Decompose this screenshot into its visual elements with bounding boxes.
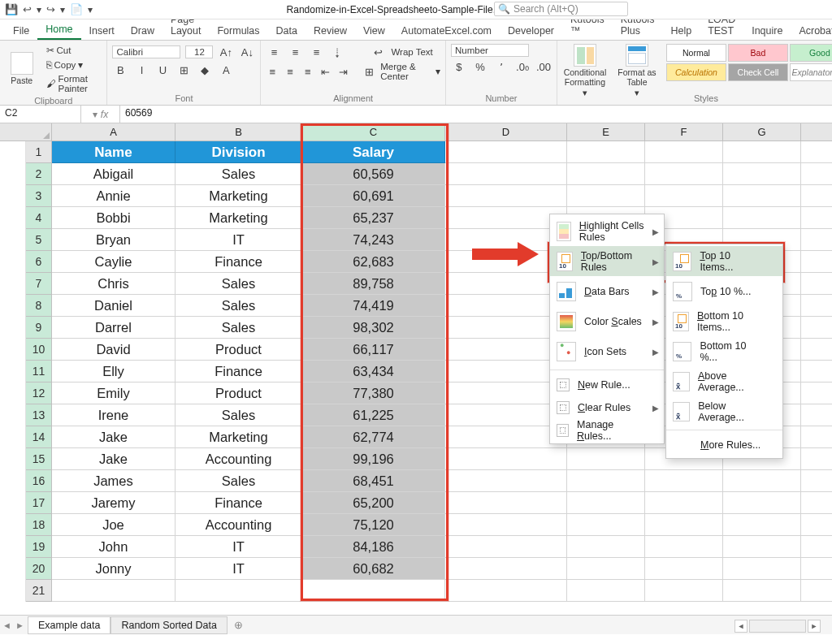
cf-menu-manage-rules-[interactable]: Manage Rules...	[550, 419, 664, 442]
table-cell[interactable]: 62,683	[302, 251, 445, 273]
empty-cell[interactable]	[801, 339, 832, 361]
empty-cell[interactable]	[801, 295, 832, 317]
save-icon[interactable]: 💾	[5, 3, 18, 15]
empty-cell[interactable]	[801, 229, 832, 251]
font-size-dropdown[interactable]: 12	[185, 45, 213, 58]
empty-cell[interactable]	[567, 163, 645, 185]
cut-button[interactable]: ✂ Cut	[44, 44, 102, 57]
empty-cell[interactable]	[801, 141, 832, 163]
table-cell[interactable]: David	[52, 339, 176, 361]
empty-cell[interactable]	[567, 185, 645, 207]
font-grow-icon[interactable]: A↑	[218, 44, 234, 60]
scroll-left-icon[interactable]: ◄	[734, 620, 748, 633]
style-normal[interactable]: Normal	[666, 44, 726, 62]
table-cell[interactable]: James	[52, 470, 176, 492]
indent-inc-icon[interactable]: ⇥	[336, 63, 349, 80]
horizontal-scrollbar[interactable]: ◄ ►	[734, 620, 821, 633]
empty-cell[interactable]	[176, 580, 302, 602]
table-cell[interactable]: 75,120	[302, 514, 445, 536]
table-cell[interactable]: 66,117	[302, 339, 445, 361]
tab-home[interactable]: Home	[37, 20, 80, 40]
cf-menu-top-bottom-rules[interactable]: Top/Bottom Rules▶	[550, 246, 664, 276]
tab-insert[interactable]: Insert	[81, 22, 123, 40]
empty-cell[interactable]	[445, 514, 567, 536]
number-btn-1[interactable]: %	[472, 58, 488, 75]
empty-cell[interactable]	[645, 580, 723, 602]
empty-cell[interactable]	[645, 185, 723, 207]
table-cell[interactable]: Jake	[52, 448, 176, 470]
tab-automateexcel-com[interactable]: AutomateExcel.com	[393, 22, 500, 40]
row-header-1[interactable]: 1	[26, 141, 52, 163]
tab-data[interactable]: Data	[268, 22, 306, 40]
table-cell[interactable]: 60,691	[302, 185, 445, 207]
empty-cell[interactable]	[567, 492, 645, 514]
col-header-D[interactable]: D	[445, 123, 567, 141]
empty-cell[interactable]	[445, 536, 567, 558]
align-right-icon[interactable]: ≡	[301, 63, 314, 80]
col-header-H[interactable]: H	[801, 123, 832, 141]
empty-cell[interactable]	[445, 492, 567, 514]
cf-menu-data-bars[interactable]: Data Bars▶	[550, 276, 664, 306]
table-cell[interactable]: Irene	[52, 404, 176, 426]
number-btn-2[interactable]: ʼ	[493, 58, 509, 75]
empty-cell[interactable]	[723, 514, 801, 536]
empty-cell[interactable]	[445, 558, 567, 580]
table-cell[interactable]: 74,419	[302, 295, 445, 317]
copy-button[interactable]: ⎘ Copy ▾	[44, 58, 102, 71]
empty-cell[interactable]	[445, 141, 567, 163]
table-cell[interactable]: 84,186	[302, 536, 445, 558]
empty-cell[interactable]	[723, 536, 801, 558]
tab-help[interactable]: Help	[662, 22, 700, 40]
empty-cell[interactable]	[567, 470, 645, 492]
tab-file[interactable]: File	[5, 22, 37, 40]
table-cell[interactable]: 89,758	[302, 273, 445, 295]
col-header-F[interactable]: F	[645, 123, 723, 141]
fx-buttons[interactable]: ▾fx	[81, 106, 120, 123]
table-cell[interactable]: Product	[176, 339, 302, 361]
table-cell[interactable]: Finance	[176, 361, 302, 383]
table-cell[interactable]: 77,380	[302, 383, 445, 404]
empty-cell[interactable]	[723, 141, 801, 163]
table-cell[interactable]: 65,237	[302, 207, 445, 229]
format-painter-button[interactable]: 🖌 Format Painter	[44, 73, 102, 94]
table-cell[interactable]: Jonny	[52, 558, 176, 580]
table-cell[interactable]: Sales	[176, 295, 302, 317]
font-shrink-icon[interactable]: A↓	[239, 44, 255, 60]
empty-cell[interactable]	[801, 470, 832, 492]
empty-cell[interactable]	[801, 317, 832, 339]
empty-cell[interactable]	[723, 185, 801, 207]
align-bot-icon[interactable]: ≡	[308, 44, 324, 60]
scroll-right-icon[interactable]: ►	[808, 620, 821, 633]
table-cell[interactable]: Elly	[52, 361, 176, 383]
empty-cell[interactable]	[645, 492, 723, 514]
bold-button[interactable]: B	[112, 62, 128, 78]
row-header-6[interactable]: 6	[26, 251, 52, 273]
empty-cell[interactable]	[801, 251, 832, 273]
empty-cell[interactable]	[723, 492, 801, 514]
table-cell[interactable]: Finance	[176, 251, 302, 273]
table-cell[interactable]: Sales	[176, 404, 302, 426]
number-btn-4[interactable]: .00	[535, 58, 552, 75]
empty-cell[interactable]	[445, 163, 567, 185]
tb-menu-top-10-[interactable]: Top 10 %...	[666, 276, 782, 306]
number-btn-3[interactable]: .0₀	[514, 58, 531, 75]
table-cell[interactable]: Sales	[176, 163, 302, 185]
empty-cell[interactable]	[723, 207, 801, 229]
style-check[interactable]: Check Cell	[728, 63, 788, 81]
cf-menu-icon-sets[interactable]: Icon Sets▶	[550, 336, 664, 366]
sheet-nav-buttons[interactable]: ◄ ►	[0, 620, 28, 630]
tab-draw[interactable]: Draw	[123, 22, 162, 40]
row-header-19[interactable]: 19	[26, 536, 52, 558]
tb-menu-bottom-10-items-[interactable]: Bottom 10 Items...	[666, 306, 782, 336]
orientation-icon[interactable]: ⭭	[329, 44, 345, 60]
sheet-tab-0[interactable]: Example data	[28, 616, 110, 634]
conditional-formatting-button[interactable]: Conditional Formatting ▾	[562, 44, 608, 98]
col-header-C[interactable]: C	[302, 123, 445, 141]
row-header-15[interactable]: 15	[26, 448, 52, 470]
empty-cell[interactable]	[801, 207, 832, 229]
align-top-icon[interactable]: ≡	[266, 44, 282, 60]
table-cell[interactable]: 61,225	[302, 404, 445, 426]
select-all-corner[interactable]	[0, 123, 52, 141]
cf-menu-new-rule-[interactable]: New Rule...	[550, 374, 664, 396]
paste-button[interactable]: Paste	[5, 52, 39, 86]
